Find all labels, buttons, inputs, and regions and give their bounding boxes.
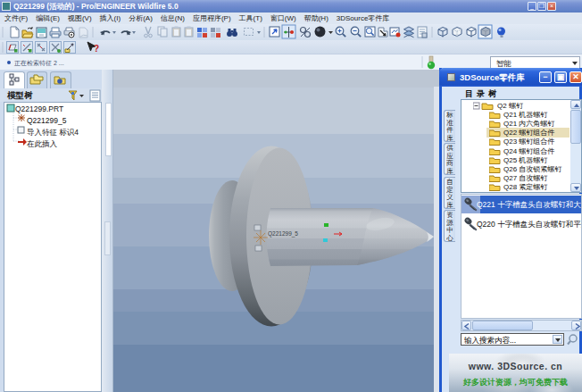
svg-text:?: ? — [94, 44, 99, 54]
svg-text:Q221299_5: Q221299_5 — [268, 230, 298, 238]
